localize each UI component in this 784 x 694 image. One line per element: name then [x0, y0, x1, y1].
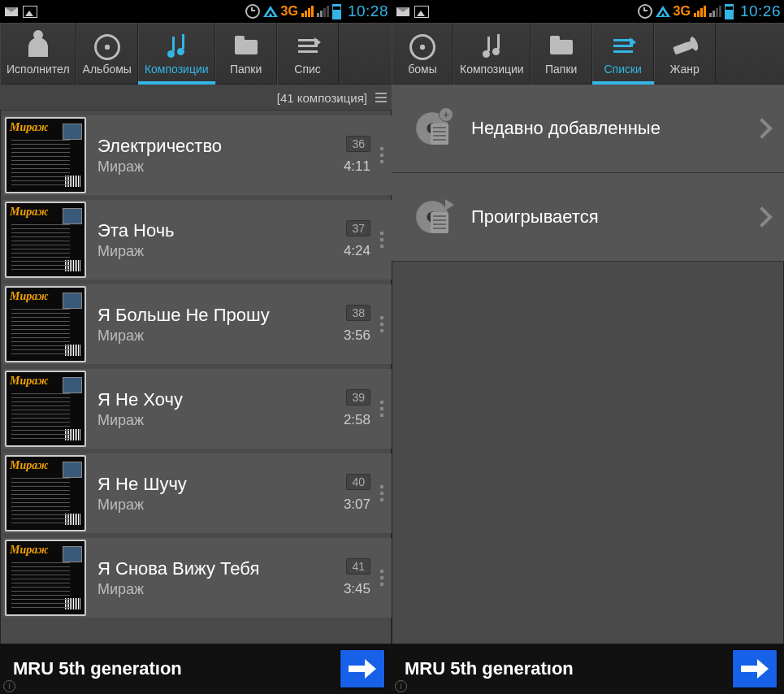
mail-icon — [396, 7, 409, 16]
overflow-menu-icon[interactable] — [375, 316, 392, 332]
track-duration: 3:56 — [344, 327, 370, 344]
wifi-icon — [263, 6, 278, 17]
picture-icon — [414, 6, 429, 18]
network-label: 3G — [281, 4, 298, 19]
playlist-label: Проигрывается — [458, 206, 755, 228]
wifi-icon — [656, 6, 670, 17]
track-count-label: [41 композиция] — [277, 91, 367, 105]
screenshot-right: 3G 10:26 бомыКомпозицииПапкиСпискиЖанр +… — [392, 0, 784, 694]
track-row[interactable]: Я Не ХочуМираж392:58 — [3, 369, 392, 449]
signal-2-icon — [709, 6, 721, 17]
track-artist: Мираж — [97, 243, 344, 260]
album-art — [5, 202, 86, 278]
overflow-menu-icon[interactable] — [375, 401, 392, 417]
track-title: Электричество — [97, 136, 344, 157]
album-icon — [94, 34, 120, 60]
track-artist: Мираж — [97, 581, 344, 598]
now-playing-bar[interactable]: MRU 5th generatıon i — [0, 644, 392, 694]
track-number: 38 — [346, 305, 370, 321]
track-number: 37 — [346, 220, 370, 236]
tab-bar: ИсполнителАльбомыКомпозицииПапкиСпис — [0, 23, 392, 85]
track-row[interactable]: Эта НочьМираж374:24 — [3, 200, 392, 280]
tab-label: Жанр — [669, 63, 699, 76]
info-icon[interactable]: i — [395, 680, 407, 692]
chevron-right-icon — [752, 206, 772, 227]
tab-folder[interactable]: Папки — [531, 23, 592, 85]
signal-1-icon — [694, 6, 706, 17]
track-title: Я Снова Вижу Тебя — [97, 558, 344, 579]
status-bar: 3G 10:28 — [0, 0, 392, 23]
track-row[interactable]: Я Не ШучуМираж403:07 — [3, 453, 392, 533]
genre-icon — [673, 40, 697, 55]
overflow-menu-icon[interactable] — [375, 570, 392, 586]
tab-label: Папки — [545, 63, 577, 76]
playlist-row[interactable]: Проигрывается — [392, 173, 784, 262]
tab-label: Списки — [604, 63, 641, 76]
tab-song[interactable]: Композиции — [453, 23, 531, 85]
tab-label: Спис — [294, 63, 321, 76]
info-icon[interactable]: i — [3, 680, 15, 692]
album-art — [5, 455, 86, 531]
tab-folder[interactable]: Папки — [215, 23, 277, 85]
track-number: 41 — [346, 558, 370, 575]
overflow-menu-icon[interactable] — [375, 485, 392, 501]
track-duration: 2:58 — [344, 412, 370, 428]
now-playing-title: MRU 5th generatıon — [405, 658, 574, 679]
screenshot-left: 3G 10:28 ИсполнителАльбомыКомпозицииПапк… — [0, 0, 392, 694]
picture-icon — [23, 6, 37, 18]
playlist-row[interactable]: +Недавно добавленные — [392, 85, 784, 173]
track-duration: 4:24 — [344, 243, 370, 259]
tab-album[interactable]: Альбомы — [76, 23, 138, 85]
track-artist: Мираж — [97, 158, 344, 176]
track-title: Я Не Хочу — [97, 389, 344, 410]
list-icon — [613, 39, 633, 55]
track-row[interactable]: Я Больше Не ПрошуМираж383:56 — [3, 284, 392, 364]
track-title: Я Не Шучу — [97, 474, 344, 495]
song-icon — [167, 37, 185, 58]
tab-label: Композиции — [460, 63, 524, 76]
alarm-icon — [638, 4, 652, 19]
track-list[interactable]: ЭлектричествоМираж364:11Эта НочьМираж374… — [0, 111, 392, 644]
tab-list[interactable]: Списки — [592, 23, 654, 85]
alarm-icon — [245, 4, 260, 19]
signal-2-icon — [317, 6, 329, 17]
mail-icon — [5, 7, 18, 16]
now-playing-bar[interactable]: MRU 5th generatıon i — [392, 644, 784, 694]
status-bar: 3G 10:26 — [392, 0, 784, 23]
play-next-button[interactable] — [340, 649, 385, 688]
track-duration: 4:11 — [344, 158, 370, 175]
tab-album[interactable]: бомы — [392, 23, 453, 85]
track-duration: 3:07 — [344, 497, 370, 513]
tab-genre[interactable]: Жанр — [654, 23, 716, 85]
play-next-button[interactable] — [732, 649, 778, 688]
signal-1-icon — [301, 6, 314, 17]
disc-play-icon — [416, 201, 448, 233]
tab-label: бомы — [408, 63, 437, 76]
playlist-list: +Недавно добавленныеПроигрывается — [392, 85, 784, 644]
overflow-menu-icon[interactable] — [375, 147, 392, 163]
artist-icon — [28, 37, 48, 57]
disc-add-icon: + — [416, 112, 448, 145]
tab-list[interactable]: Спис — [277, 23, 339, 85]
battery-icon — [725, 4, 734, 20]
overflow-menu-icon[interactable] — [375, 232, 392, 248]
album-icon — [409, 34, 435, 60]
tab-bar: бомыКомпозицииПапкиСпискиЖанр — [392, 23, 784, 85]
track-artist: Мираж — [97, 327, 344, 345]
track-number: 36 — [346, 136, 370, 152]
sort-menu-icon[interactable] — [375, 93, 387, 102]
album-art — [5, 371, 86, 447]
tab-song[interactable]: Композиции — [138, 23, 215, 85]
track-number: 40 — [346, 474, 370, 490]
clock-text: 10:28 — [348, 2, 388, 20]
now-playing-title: MRU 5th generatıon — [13, 658, 182, 679]
song-icon — [483, 37, 500, 58]
track-row[interactable]: ЭлектричествоМираж364:11 — [3, 115, 392, 195]
folder-icon — [235, 40, 258, 54]
track-number: 39 — [346, 389, 370, 406]
battery-icon — [332, 4, 341, 20]
track-row[interactable]: Я Снова Вижу ТебяМираж413:45 — [3, 538, 392, 618]
tab-label: Альбомы — [83, 63, 132, 76]
track-title: Эта Ночь — [97, 220, 344, 241]
tab-artist[interactable]: Исполнител — [0, 23, 76, 85]
